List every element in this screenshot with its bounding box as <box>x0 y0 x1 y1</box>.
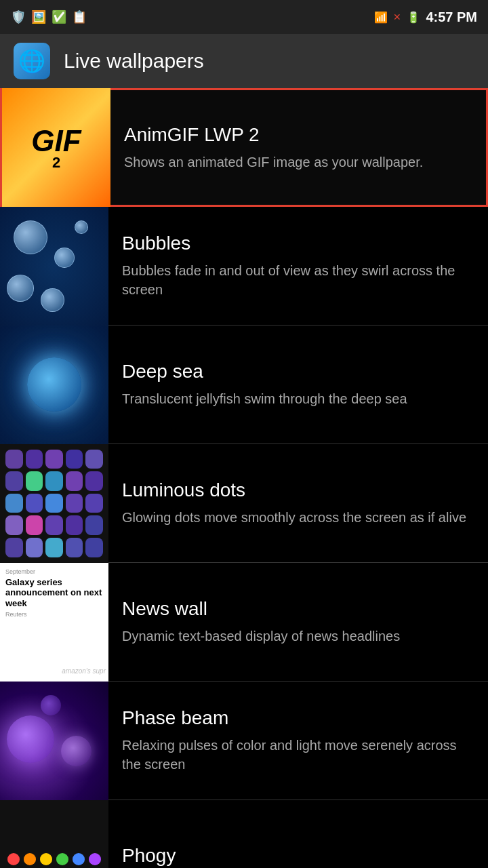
wallpaper-thumb-phasebeam <box>0 682 108 800</box>
wallpaper-item-animgif[interactable]: GIF 2 AnimGIF LWP 2 Shows an animated GI… <box>0 88 488 207</box>
jellyfish-graphic <box>27 357 81 412</box>
wallpaper-list: GIF 2 AnimGIF LWP 2 Shows an animated GI… <box>0 88 488 868</box>
wallpaper-info-luminous: Luminous dots Glowing dots move smoothly… <box>108 467 488 539</box>
header: 🌐 Live wallpapers <box>0 34 488 88</box>
status-time: 4:57 PM <box>426 9 477 25</box>
status-icons-right: 📶 ✕ 🔋 4:57 PM <box>374 9 477 25</box>
wallpaper-item-phasebeam[interactable]: Phase beam Relaxing pulses of color and … <box>0 682 488 800</box>
page-title: Live wallpapers <box>64 50 204 73</box>
wallpaper-info-bubbles: Bubbles Bubbles fade in and out of view … <box>108 220 488 311</box>
wallpaper-desc-phasebeam: Relaxing pulses of color and light move … <box>122 736 474 774</box>
news-bg-text: amazon's supr <box>62 667 106 675</box>
phogy-circles-graphic <box>7 853 101 865</box>
battery-icon: 🔋 <box>407 11 420 24</box>
image-icon: 🖼️ <box>31 9 46 24</box>
wallpaper-name-deepsea: Deep sea <box>122 361 474 382</box>
wallpaper-thumb-deepsea <box>0 326 108 444</box>
wifi-icon: 📶 <box>374 11 388 24</box>
app-icon: 🌐 <box>14 43 50 79</box>
wallpaper-name-phasebeam: Phase beam <box>122 707 474 729</box>
check-circle-icon: ✅ <box>52 9 66 24</box>
wallpaper-thumb-luminous <box>0 444 108 563</box>
status-bar: 🛡️ 🖼️ ✅ 📋 📶 ✕ 🔋 4:57 PM <box>0 0 488 34</box>
wallpaper-name-phogy: Phogy <box>122 845 474 867</box>
shield-icon: 🛡️ <box>11 9 26 24</box>
wallpaper-name-luminous: Luminous dots <box>122 479 474 501</box>
wallpaper-info-phogy: Phogy <box>108 833 488 868</box>
wallpaper-name-animgif: AnimGIF LWP 2 <box>124 124 472 146</box>
news-source-text: Reuters <box>5 611 103 618</box>
wallpaper-thumb-phogy <box>0 800 108 869</box>
wallpaper-desc-bubbles: Bubbles fade in and out of view as they … <box>122 261 474 299</box>
wallpaper-desc-newswall: Dynamic text-based display of news headl… <box>122 627 474 646</box>
wallpaper-item-newswall[interactable]: September Galaxy series announcement on … <box>0 563 488 682</box>
news-headline-text: Galaxy series announcement on next week <box>5 577 103 609</box>
wallpaper-item-deepsea[interactable]: Deep sea Translucent jellyfish swim thro… <box>0 326 488 444</box>
wallpaper-name-bubbles: Bubbles <box>122 233 474 254</box>
wallpaper-info-newswall: News wall Dynamic text-based display of … <box>108 586 488 658</box>
status-icons-left: 🛡️ 🖼️ ✅ 📋 <box>11 9 87 24</box>
clipboard-icon: 📋 <box>72 9 87 24</box>
wallpaper-item-luminous[interactable]: Luminous dots Glowing dots move smoothly… <box>0 444 488 563</box>
wallpaper-desc-deepsea: Translucent jellyfish swim through the d… <box>122 389 474 408</box>
wallpaper-thumb-animgif: GIF 2 <box>2 88 110 207</box>
wallpaper-item-bubbles[interactable]: Bubbles Bubbles fade in and out of view … <box>0 207 488 326</box>
wallpaper-info-phasebeam: Phase beam Relaxing pulses of color and … <box>108 695 488 786</box>
wallpaper-desc-luminous: Glowing dots move smoothly across the sc… <box>122 508 474 527</box>
wallpaper-info-deepsea: Deep sea Translucent jellyfish swim thro… <box>108 349 488 420</box>
wallpaper-thumb-newswall: September Galaxy series announcement on … <box>0 563 108 682</box>
wallpaper-info-animgif: AnimGIF LWP 2 Shows an animated GIF imag… <box>110 112 486 184</box>
wallpaper-desc-animgif: Shows an animated GIF image as your wall… <box>124 153 472 172</box>
wallpaper-item-phogy[interactable]: Phogy <box>0 800 488 868</box>
wallpaper-thumb-bubbles <box>0 207 108 326</box>
signal-icon: ✕ <box>393 12 401 22</box>
wallpaper-name-newswall: News wall <box>122 598 474 620</box>
